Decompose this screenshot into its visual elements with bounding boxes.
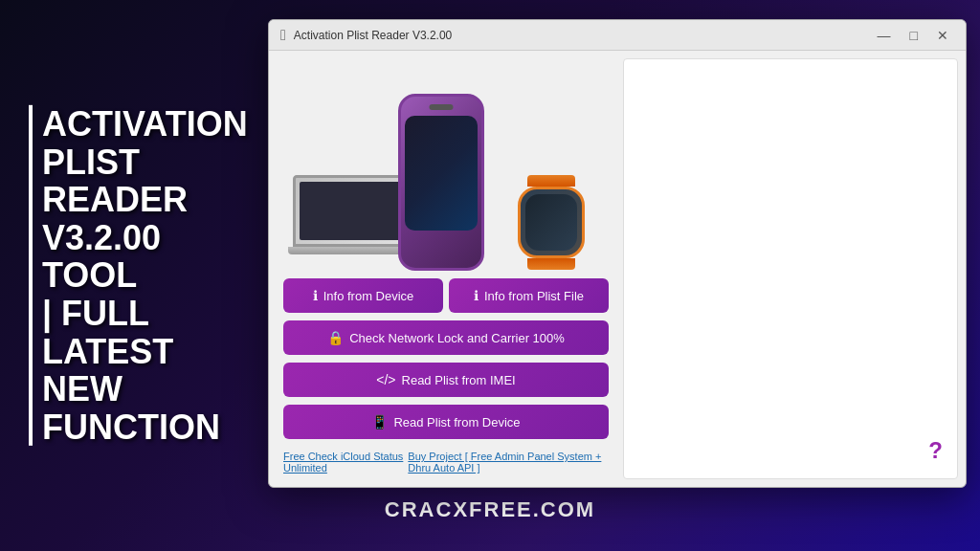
lock-icon: 🔒	[327, 330, 344, 345]
read-plist-imei-button[interactable]: </> Read Plist from IMEI	[283, 363, 609, 397]
right-panel: ?	[623, 58, 958, 479]
overlay-line5: NEW FUNCTION	[42, 370, 239, 446]
apple-icon: 	[280, 27, 286, 44]
read-imei-row: </> Read Plist from IMEI	[283, 363, 609, 397]
check-network-label: Check Network Lock and Carrier 100%	[349, 331, 565, 345]
phone-image	[398, 94, 484, 271]
info-device-label: Info from Device	[323, 289, 414, 303]
info-from-device-button[interactable]: ℹ Info from Device	[283, 278, 443, 313]
overlay-line2: PLIST READER	[42, 143, 239, 218]
info-button-row: ℹ Info from Device ℹ Info from Plist Fil…	[283, 278, 609, 313]
overlay-line1: ACTIVATION	[42, 105, 239, 143]
info-device-icon: ℹ	[313, 288, 318, 303]
laptop-base	[288, 247, 412, 254]
watch-band-bottom	[527, 258, 575, 270]
left-overlay-text: ACTIVATION PLIST READER V3.2.00 TOOL | F…	[29, 105, 239, 446]
device-icon: 📱	[371, 414, 388, 430]
laptop-image	[293, 175, 408, 261]
code-icon: </>	[376, 372, 395, 387]
watch-image	[513, 175, 590, 266]
icloud-link[interactable]: Free Check iCloud Status Unlimited	[283, 451, 408, 474]
maximize-button[interactable]: □	[904, 27, 924, 44]
close-button[interactable]: ✕	[931, 27, 954, 44]
window-body: ℹ Info from Device ℹ Info from Plist Fil…	[269, 51, 966, 487]
laptop-screen	[293, 175, 408, 247]
device-images	[283, 60, 609, 271]
window-title: Activation Plist Reader V3.2.00	[294, 29, 452, 42]
left-panel: ℹ Info from Device ℹ Info from Plist Fil…	[269, 51, 623, 487]
overlay-line3: V3.2.00 TOOL	[42, 219, 239, 295]
title-bar-controls: — □ ✕	[872, 27, 954, 44]
info-from-file-button[interactable]: ℹ Info from Plist File	[449, 278, 609, 313]
check-network-button[interactable]: 🔒 Check Network Lock and Carrier 100%	[283, 320, 609, 355]
watch-band-top	[527, 175, 575, 187]
buy-project-link[interactable]: Buy Project [ Free Admin Panel System + …	[408, 451, 609, 474]
read-plist-imei-label: Read Plist from IMEI	[402, 373, 516, 387]
brand-text: CRACXFREE.COM	[385, 497, 595, 522]
read-plist-device-button[interactable]: 📱 Read Plist from Device	[283, 405, 609, 439]
minimize-button[interactable]: —	[872, 27, 897, 44]
help-button[interactable]: ?	[928, 437, 943, 464]
info-file-icon: ℹ	[474, 288, 479, 303]
overlay-line4: | FULL LATEST	[42, 295, 239, 370]
links-area: Free Check iCloud Status Unlimited Buy P…	[283, 447, 609, 477]
watch-case	[518, 187, 585, 258]
info-file-label: Info from Plist File	[484, 289, 584, 303]
read-device-row: 📱 Read Plist from Device	[283, 405, 609, 439]
title-bar:  Activation Plist Reader V3.2.00 — □ ✕	[269, 20, 966, 51]
read-plist-device-label: Read Plist from Device	[393, 415, 520, 430]
check-network-row: 🔒 Check Network Lock and Carrier 100%	[283, 320, 609, 355]
title-bar-left:  Activation Plist Reader V3.2.00	[280, 27, 452, 44]
main-window:  Activation Plist Reader V3.2.00 — □ ✕	[268, 19, 967, 488]
